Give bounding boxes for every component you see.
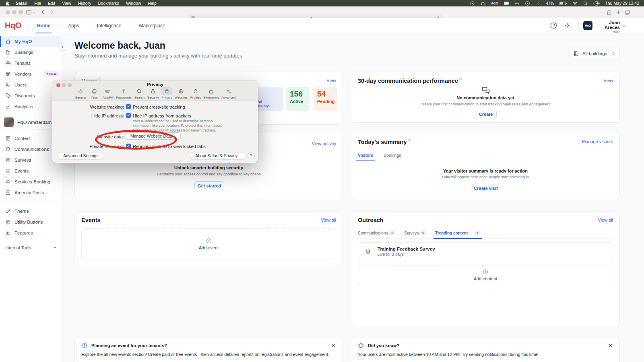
comm-view-link[interactable]: View [603, 78, 613, 83]
pref-tab-privacy[interactable]: Privacy [161, 87, 173, 99]
help-icon[interactable] [550, 22, 557, 29]
wifi-icon[interactable] [572, 1, 578, 6]
menubar-item-help[interactable]: Help [148, 1, 157, 6]
get-started-button[interactable]: Get started [194, 181, 224, 190]
pref-tab-websites[interactable]: Websites [175, 87, 188, 99]
add-content-box[interactable]: Add content [358, 265, 613, 285]
menubar-item-view[interactable]: View [62, 1, 71, 6]
add-event-box[interactable]: Add event [81, 228, 336, 259]
sidebar-collapse-button[interactable] [59, 43, 66, 51]
new-tab-icon[interactable] [615, 9, 621, 15]
close-icon[interactable] [608, 343, 613, 348]
dialog-help-button[interactable]: ? [248, 152, 255, 159]
pref-tab-passwords[interactable]: Passwords [116, 87, 132, 99]
menubar-clock[interactable]: Thu May 29 13:42 [605, 1, 639, 6]
apple-menu-icon[interactable] [5, 1, 10, 6]
users-view-link[interactable]: View [326, 78, 336, 83]
sidebar-chevron-icon[interactable] [33, 11, 36, 14]
menubar-app-name[interactable]: Safari [16, 1, 27, 6]
manage-visitors-link[interactable]: Manage visitors [582, 139, 613, 144]
tab-visitors[interactable]: Visitors [358, 153, 373, 161]
sidebar-toggle-icon[interactable] [26, 9, 32, 15]
sidebar-item-services-booking[interactable]: Services Booking [0, 176, 62, 187]
tab-count-badge: 0 [389, 230, 395, 235]
buildings-icon [5, 49, 11, 55]
building-filter-select[interactable]: All buildings [569, 47, 620, 60]
search-icon[interactable] [583, 1, 588, 6]
info-icon[interactable] [98, 77, 101, 80]
battery-icon[interactable] [559, 1, 567, 6]
chevron-left-icon [61, 45, 65, 49]
tab-surveys[interactable]: Surveys 0 [404, 230, 426, 239]
settings-gear-icon[interactable] [564, 22, 571, 29]
sidebar-item-tenants[interactable]: Tenants [0, 58, 62, 68]
tab-trending-content[interactable]: Trending content 1 [435, 230, 480, 239]
window-close-button[interactable] [6, 10, 10, 14]
back-button[interactable] [40, 9, 46, 15]
office-building-icon [573, 51, 579, 57]
menubar-item-edit[interactable]: Edit [48, 1, 55, 6]
nav-apps[interactable]: Apps [59, 18, 88, 33]
close-icon[interactable] [331, 343, 336, 348]
about-safari-privacy-button[interactable]: About Safari & Privacy... [191, 152, 245, 159]
menubar-item-history[interactable]: History [78, 1, 91, 6]
nav-marketplace[interactable]: Marketplace [130, 18, 174, 33]
menubar-item-window[interactable]: Window [126, 1, 141, 6]
tab-bookings[interactable]: Bookings [384, 153, 401, 161]
tab-communications[interactable]: Communications 0 [358, 230, 395, 239]
pref-tab-security[interactable]: Security [147, 87, 159, 99]
user-chevron-down-icon[interactable] [622, 24, 626, 28]
sidebar-item-vendors[interactable]: Vendors ✦ NEW [0, 68, 62, 79]
menubar-item-bookmarks[interactable]: Bookmarks [98, 1, 119, 6]
pref-tab-advanced[interactable]: Advanced [221, 87, 236, 99]
nav-intelligence[interactable]: Intelligence [88, 18, 130, 33]
outreach-view-all-link[interactable]: View all [598, 218, 613, 222]
sidebar-item-utility-buttons[interactable]: Utility Buttons [0, 216, 62, 227]
pref-tab-general[interactable]: General [75, 87, 87, 99]
headset-icon[interactable] [480, 1, 485, 6]
window-zoom-button[interactable] [19, 10, 23, 14]
trending-content-item[interactable]: Training Feedback Survey Live for 3 days [358, 242, 613, 261]
play-circle-icon[interactable] [525, 1, 530, 6]
bluetooth-icon[interactable] [535, 1, 541, 6]
info-icon[interactable] [459, 77, 462, 80]
control-center-icon[interactable] [593, 1, 600, 6]
create-visit-button[interactable]: Create visit [473, 184, 499, 192]
hqo-status-icon[interactable]: HqO [491, 1, 499, 5]
gear-status-icon[interactable] [514, 1, 520, 6]
website-tracking-checkbox[interactable]: ✓ [126, 104, 131, 109]
sidebar-item-amenity-posts[interactable]: Amenity Posts [0, 187, 62, 198]
banner-body: Explore the all new Events section! Crea… [75, 349, 343, 357]
sidebar-item-theme[interactable]: Theme [0, 206, 62, 216]
comm-empty-title: No communication data yet [351, 95, 619, 100]
sidebar-item-features[interactable]: Features [0, 227, 62, 238]
tab-overview-icon[interactable] [624, 9, 630, 15]
create-communication-button[interactable]: Create [475, 110, 497, 118]
keyboard-icon[interactable] [504, 1, 509, 5]
screen-record-icon[interactable] [470, 1, 475, 6]
globe-icon [178, 88, 184, 94]
view-activity-link[interactable]: View activity [312, 141, 336, 146]
pref-tab-search[interactable]: Search [134, 87, 145, 99]
pref-tab-extensions[interactable]: Extensions [204, 87, 219, 99]
advanced-settings-button[interactable]: Advanced Settings [59, 152, 103, 159]
sidebar-item-my-hqo[interactable]: My HqO [0, 36, 62, 47]
info-circle-icon [81, 342, 88, 349]
nav-home[interactable]: Home [28, 18, 59, 33]
hide-ip-checkbox[interactable]: ✓ [126, 113, 131, 118]
info-icon[interactable] [408, 138, 411, 142]
pref-tab-autofill[interactable]: AutoFill [102, 87, 114, 99]
share-icon[interactable] [606, 9, 612, 15]
events-view-all-link[interactable]: View all [321, 218, 336, 222]
window-minimize-button[interactable] [12, 10, 17, 14]
pref-tab-tabs[interactable]: Tabs [89, 87, 100, 99]
hqo-logo[interactable]: HqO [5, 21, 21, 30]
menubar-item-file[interactable]: File [34, 1, 41, 6]
sidebar-item-events[interactable]: Events [0, 165, 62, 176]
user-avatar[interactable]: HqO [583, 21, 592, 30]
forward-button[interactable] [49, 9, 55, 15]
pref-tab-profiles[interactable]: Profiles [190, 87, 202, 99]
user-menu[interactable]: Juan Areces HqO [594, 20, 620, 34]
sidebar-internal-tools[interactable]: Internal Tools [0, 242, 62, 253]
sidebar-item-buildings[interactable]: Buildings [0, 47, 62, 58]
